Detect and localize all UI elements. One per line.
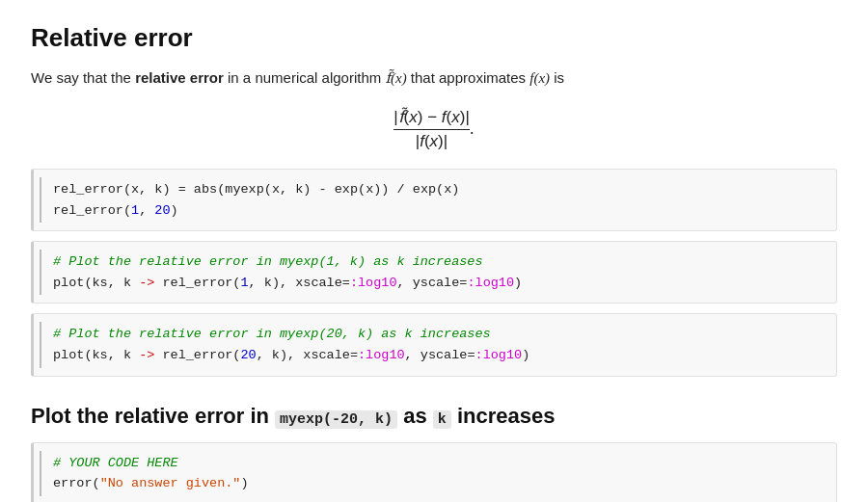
code-block-2[interactable]: # Plot the relative error in myexp(1, k)… — [31, 241, 837, 304]
plot-heading-before: Plot the relative error in — [31, 404, 275, 428]
plot-heading-code: myexp(-20, k) — [275, 410, 397, 429]
bold-relative-error: relative error — [135, 69, 224, 86]
code-line: rel_error(1, 20) — [53, 200, 823, 222]
code-line: plot(ks, k -> rel_error(1, k), xscale=:l… — [53, 273, 823, 294]
plot-heading: Plot the relative error in myexp(-20, k)… — [31, 404, 837, 429]
code-line: # Plot the relative error in myexp(20, k… — [53, 324, 823, 345]
code-line: plot(ks, k -> rel_error(20, k), xscale=:… — [53, 345, 823, 366]
plot-heading-k: k — [433, 410, 451, 429]
math-f: f(x) — [529, 70, 550, 86]
page-title: Relative error — [31, 23, 837, 53]
plot-heading-middle: as — [397, 404, 433, 428]
code-line: rel_error(x, k) = abs(myexp(x, k) - exp(… — [53, 179, 823, 200]
code-block-3[interactable]: # Plot the relative error in myexp(20, k… — [31, 313, 837, 376]
code-block-4[interactable]: # YOUR CODE HERE error("No answer given.… — [31, 442, 837, 502]
math-formula: |f̃(x) − f(x)| |f(x)| . — [31, 107, 837, 151]
fraction: |f̃(x) − f(x)| |f(x)| — [393, 107, 470, 151]
plot-heading-after: increases — [451, 404, 556, 428]
fraction-denominator: |f(x)| — [393, 132, 470, 151]
code-block-1[interactable]: rel_error(x, k) = abs(myexp(x, k) - exp(… — [31, 169, 837, 231]
intro-prose: We say that the relative error in a nume… — [31, 66, 837, 90]
code-line: # Plot the relative error in myexp(1, k)… — [53, 251, 823, 273]
code-line: # YOUR CODE HERE — [53, 453, 823, 474]
fraction-numerator: |f̃(x) − f(x)| — [393, 107, 470, 130]
math-f-tilde: f̃(x) — [385, 70, 406, 86]
code-line: error("No answer given.") — [53, 473, 823, 494]
period: . — [470, 119, 475, 138]
